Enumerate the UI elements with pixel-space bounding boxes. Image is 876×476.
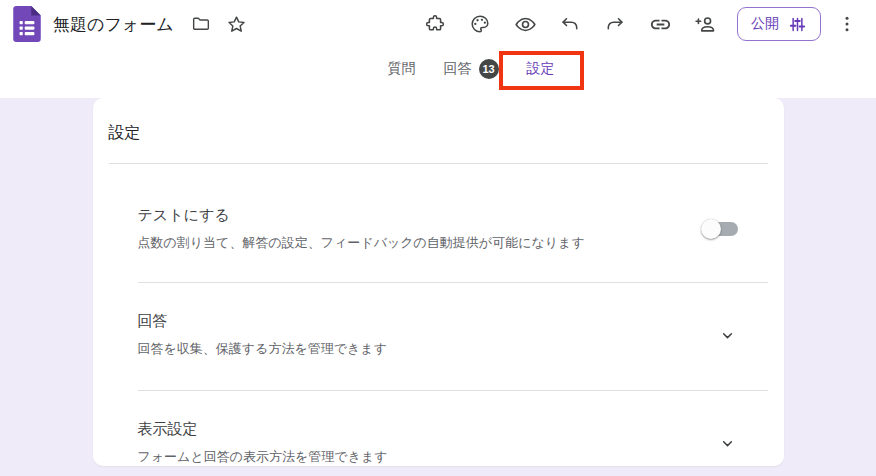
tab-responses-label: 回答 xyxy=(444,60,472,78)
settings-card: 設定 テストにする 点数の割り当て、解答の設定、フィードバックの自動提供が可能に… xyxy=(93,98,784,466)
star-button[interactable] xyxy=(218,5,256,43)
tab-bar: 質問 回答 13 設定 xyxy=(0,48,876,90)
publish-button[interactable]: 公開 xyxy=(737,7,821,41)
responses-setting-description: 回答を収集、保護する方法を管理できます xyxy=(138,340,715,358)
responses-count-badge: 13 xyxy=(479,59,499,79)
app-bar: 無題のフォーム xyxy=(0,0,876,48)
tab-questions[interactable]: 質問 xyxy=(374,48,430,90)
kebab-menu-icon xyxy=(837,14,857,34)
settings-page: 設定 テストにする 点数の割り当て、解答の設定、フィードバックの自動提供が可能に… xyxy=(0,98,876,476)
undo-button[interactable] xyxy=(551,5,589,43)
folder-icon xyxy=(191,14,211,34)
presentation-expand-button[interactable] xyxy=(715,430,741,456)
undo-icon xyxy=(559,13,581,35)
puzzle-icon xyxy=(424,13,446,35)
presentation-setting-title: 表示設定 xyxy=(138,420,715,439)
presentation-setting-row[interactable]: 表示設定 フォームと回答の表示方法を管理できます xyxy=(138,391,768,476)
preview-button[interactable] xyxy=(506,5,544,43)
chevron-down-icon xyxy=(719,435,736,452)
tab-responses[interactable]: 回答 13 xyxy=(430,48,513,90)
responses-setting-row[interactable]: 回答 回答を収集、保護する方法を管理できます xyxy=(138,283,768,391)
more-options-button[interactable] xyxy=(832,5,862,43)
responses-expand-button[interactable] xyxy=(715,322,741,348)
tab-questions-label: 質問 xyxy=(388,60,416,78)
quiz-setting-title: テストにする xyxy=(138,206,701,225)
appbar-actions: 公開 xyxy=(416,5,862,43)
responses-setting-title: 回答 xyxy=(138,312,715,331)
link-icon xyxy=(649,13,672,36)
move-folder-button[interactable] xyxy=(182,5,220,43)
google-forms-logo-icon[interactable] xyxy=(13,6,41,42)
quiz-setting-row: テストにする 点数の割り当て、解答の設定、フィードバックの自動提供が可能になりま… xyxy=(138,164,768,283)
person-add-icon xyxy=(694,13,717,36)
publish-settings-sliders-icon xyxy=(788,15,807,34)
settings-heading: 設定 xyxy=(109,98,768,164)
tab-settings[interactable]: 設定 xyxy=(513,48,569,90)
settings-sections: テストにする 点数の割り当て、解答の設定、フィードバックの自動提供が可能になりま… xyxy=(138,164,768,476)
extensions-button[interactable] xyxy=(416,5,454,43)
tab-settings-label: 設定 xyxy=(527,60,555,78)
redo-icon xyxy=(604,13,626,35)
customize-theme-button[interactable] xyxy=(461,5,499,43)
chevron-down-icon xyxy=(719,327,736,344)
active-tab-underline xyxy=(516,86,566,90)
form-title[interactable]: 無題のフォーム xyxy=(53,13,174,36)
add-collaborator-button[interactable] xyxy=(686,5,724,43)
quiz-toggle[interactable] xyxy=(701,219,738,239)
copy-link-button[interactable] xyxy=(641,5,679,43)
presentation-setting-description: フォームと回答の表示方法を管理できます xyxy=(138,448,715,466)
star-icon xyxy=(226,14,247,35)
redo-button[interactable] xyxy=(596,5,634,43)
publish-label: 公開 xyxy=(751,15,779,33)
eye-icon xyxy=(514,13,537,36)
quiz-setting-description: 点数の割り当て、解答の設定、フィードバックの自動提供が可能になります xyxy=(138,234,701,252)
palette-icon xyxy=(469,13,491,35)
toggle-thumb xyxy=(701,219,721,239)
